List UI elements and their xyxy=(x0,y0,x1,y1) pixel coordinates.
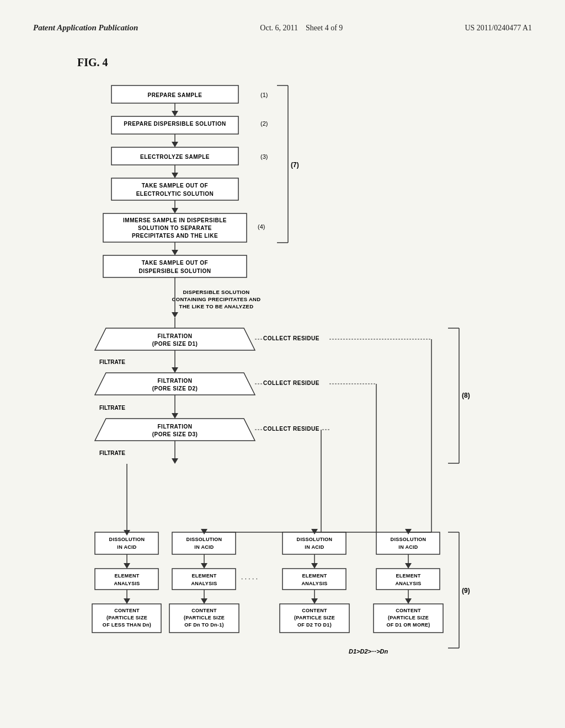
svg-marker-96 xyxy=(124,563,130,569)
svg-text:OF LESS THAN Dn): OF LESS THAN Dn) xyxy=(103,622,151,628)
svg-rect-74 xyxy=(95,532,158,554)
publication-date-sheet: Oct. 6, 2011 Sheet 4 of 9 xyxy=(260,22,343,34)
svg-marker-101 xyxy=(201,563,207,569)
svg-rect-108 xyxy=(282,569,346,590)
svg-text:DISPERSIBLE SOLUTION: DISPERSIBLE SOLUTION xyxy=(138,268,211,274)
publication-title: Patent Application Publication xyxy=(33,22,138,34)
svg-text:DISPERSIBLE SOLUTION: DISPERSIBLE SOLUTION xyxy=(183,289,249,295)
svg-marker-30 xyxy=(172,250,178,255)
svg-marker-139 xyxy=(405,598,412,604)
svg-text:· · · · ·: · · · · · xyxy=(241,575,258,582)
svg-rect-90 xyxy=(376,532,440,554)
svg-text:ELEMENT: ELEMENT xyxy=(114,573,139,579)
svg-marker-49 xyxy=(172,367,178,373)
svg-marker-50 xyxy=(95,373,255,395)
svg-text:OF D1 OR MORE): OF D1 OR MORE) xyxy=(386,622,430,628)
svg-text:(9): (9) xyxy=(462,587,470,595)
svg-text:ANALYSIS: ANALYSIS xyxy=(191,581,217,586)
svg-text:DISSOLUTION: DISSOLUTION xyxy=(297,537,333,542)
figure-label: FIG. 4 xyxy=(77,56,543,69)
svg-text:(PORE SIZE D1): (PORE SIZE D1) xyxy=(152,341,198,347)
svg-marker-133 xyxy=(311,598,318,604)
svg-rect-31 xyxy=(103,255,247,277)
svg-text:ELEMENT: ELEMENT xyxy=(396,573,420,579)
svg-rect-102 xyxy=(172,569,236,590)
svg-text:CONTENT: CONTENT xyxy=(396,608,421,613)
svg-text:IN ACID: IN ACID xyxy=(305,544,324,550)
svg-text:TAKE SAMPLE OUT OF: TAKE SAMPLE OUT OF xyxy=(142,260,208,266)
svg-marker-107 xyxy=(311,563,318,569)
svg-text:ELEMENT: ELEMENT xyxy=(302,573,327,579)
svg-text:(4): (4) xyxy=(258,223,265,230)
svg-rect-85 xyxy=(282,532,346,554)
svg-text:IN ACID: IN ACID xyxy=(194,544,214,550)
svg-marker-23 xyxy=(172,208,178,213)
svg-marker-38 xyxy=(172,312,178,318)
svg-marker-63 xyxy=(172,413,178,419)
svg-text:SOLUTION TO SEPARATE: SOLUTION TO SEPARATE xyxy=(138,225,212,231)
svg-rect-113 xyxy=(376,569,440,590)
svg-text:(PARTICLE SIZE: (PARTICLE SIZE xyxy=(184,615,225,620)
svg-rect-79 xyxy=(172,532,236,554)
svg-text:CONTENT: CONTENT xyxy=(302,608,327,613)
svg-text:PREPARE SAMPLE: PREPARE SAMPLE xyxy=(147,92,202,98)
svg-text:FILTRATE: FILTRATE xyxy=(99,359,125,365)
svg-text:(8): (8) xyxy=(462,392,470,399)
svg-text:(PORE SIZE D2): (PORE SIZE D2) xyxy=(152,386,198,392)
svg-rect-97 xyxy=(95,569,158,590)
publication-number: US 2011/0240477 A1 xyxy=(465,22,532,34)
svg-text:IMMERSE SAMPLE IN DISPERSIBLE: IMMERSE SAMPLE IN DISPERSIBLE xyxy=(123,217,227,223)
svg-text:(PORE SIZE D3): (PORE SIZE D3) xyxy=(152,431,198,437)
svg-marker-127 xyxy=(201,598,207,604)
svg-marker-14 xyxy=(172,173,178,178)
svg-text:DISSOLUTION: DISSOLUTION xyxy=(391,537,427,542)
svg-text:COLLECT RESIDUE: COLLECT RESIDUE xyxy=(263,380,319,386)
svg-text:(3): (3) xyxy=(260,153,268,160)
svg-text:CONTAINING PRECIPITATES AND: CONTAINING PRECIPITATES AND xyxy=(172,296,261,302)
svg-text:ANALYSIS: ANALYSIS xyxy=(395,581,421,586)
svg-marker-9 xyxy=(172,142,178,147)
svg-text:(7): (7) xyxy=(291,161,299,169)
svg-text:ELECTROLYZE SAMPLE: ELECTROLYZE SAMPLE xyxy=(140,154,210,160)
svg-text:IN ACID: IN ACID xyxy=(117,544,136,550)
svg-text:TAKE SAMPLE OUT OF: TAKE SAMPLE OUT OF xyxy=(142,183,208,189)
svg-marker-4 xyxy=(172,111,178,116)
svg-text:PRECIPITATES AND THE LIKE: PRECIPITATES AND THE LIKE xyxy=(132,233,218,239)
svg-text:(1): (1) xyxy=(260,92,268,98)
svg-text:FILTRATE: FILTRATE xyxy=(99,450,125,456)
flowchart-diagram: PREPARE SAMPLE (1) PREPARE DISPERSIBLE S… xyxy=(45,80,520,687)
svg-marker-73 xyxy=(172,458,178,464)
svg-text:CONTENT: CONTENT xyxy=(114,608,140,613)
svg-text:OF D2 TO D1): OF D2 TO D1) xyxy=(297,622,332,628)
svg-text:D1>D2>···>Dn: D1>D2>···>Dn xyxy=(349,648,388,655)
svg-text:CONTENT: CONTENT xyxy=(191,608,217,613)
svg-text:ANALYSIS: ANALYSIS xyxy=(114,581,140,586)
svg-marker-112 xyxy=(405,563,412,569)
svg-text:THE LIKE TO BE ANALYZED: THE LIKE TO BE ANALYZED xyxy=(179,303,254,309)
svg-marker-40 xyxy=(95,328,255,350)
svg-text:COLLECT RESIDUE: COLLECT RESIDUE xyxy=(263,426,319,432)
svg-text:(PARTICLE SIZE: (PARTICLE SIZE xyxy=(106,615,147,620)
svg-text:ELEMENT: ELEMENT xyxy=(191,573,216,579)
svg-text:(2): (2) xyxy=(260,120,268,127)
svg-text:FILTRATION: FILTRATION xyxy=(158,424,193,430)
svg-text:DISSOLUTION: DISSOLUTION xyxy=(109,537,145,542)
svg-text:(PARTICLE SIZE: (PARTICLE SIZE xyxy=(294,615,335,620)
svg-text:DISSOLUTION: DISSOLUTION xyxy=(186,537,222,542)
svg-text:OF Dn TO Dn-1): OF Dn TO Dn-1) xyxy=(184,622,224,628)
svg-rect-15 xyxy=(111,178,238,200)
svg-marker-121 xyxy=(124,598,130,604)
svg-text:PREPARE DISPERSIBLE SOLUTION: PREPARE DISPERSIBLE SOLUTION xyxy=(124,121,226,127)
svg-text:COLLECT RESIDUE: COLLECT RESIDUE xyxy=(263,335,319,341)
svg-text:FILTRATE: FILTRATE xyxy=(99,405,125,411)
svg-text:(PARTICLE SIZE: (PARTICLE SIZE xyxy=(388,615,429,620)
svg-marker-64 xyxy=(95,419,255,441)
svg-text:ANALYSIS: ANALYSIS xyxy=(301,581,327,586)
svg-text:FILTRATION: FILTRATION xyxy=(158,333,193,339)
svg-text:IN ACID: IN ACID xyxy=(398,544,418,550)
svg-text:FILTRATION: FILTRATION xyxy=(158,378,193,384)
svg-text:ELECTROLYTIC SOLUTION: ELECTROLYTIC SOLUTION xyxy=(136,191,214,197)
